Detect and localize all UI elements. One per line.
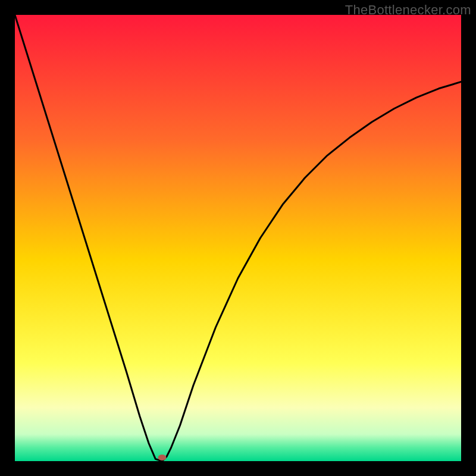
gradient-background [15,15,461,461]
watermark-text: TheBottlenecker.com [345,2,471,18]
optimal-point-marker [158,455,167,461]
plot-svg [15,15,461,461]
plot-area [15,15,461,461]
chart-frame: TheBottlenecker.com [0,0,476,476]
